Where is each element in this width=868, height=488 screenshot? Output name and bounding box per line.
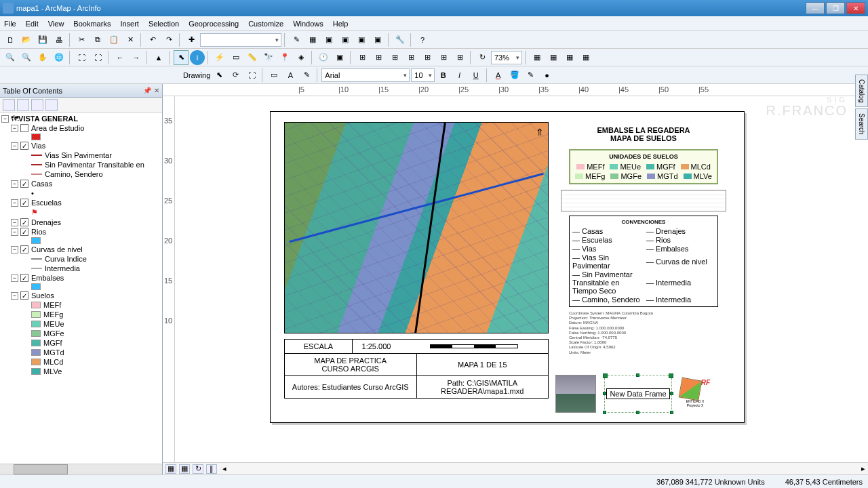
toc-tab-visibility[interactable] [31, 99, 43, 111]
help-icon[interactable]: ? [415, 33, 430, 47]
table-icon[interactable]: ▦ [305, 33, 320, 47]
catalog-tab[interactable]: Catalog [855, 75, 868, 107]
toc-scrollbar[interactable] [0, 464, 162, 474]
identify-icon[interactable]: i [190, 50, 205, 65]
print-icon[interactable]: 🖶 [52, 33, 66, 47]
time-icon[interactable]: 🕐 [316, 50, 331, 65]
undo-icon[interactable]: ↶ [145, 33, 160, 47]
italic-button[interactable]: I [452, 68, 467, 83]
add-data-icon[interactable]: ✚ [184, 33, 199, 47]
menu-bookmarks[interactable]: Bookmarks [73, 20, 111, 28]
georef5-icon[interactable]: ⊞ [420, 50, 435, 65]
georef2-icon[interactable]: ⊞ [371, 50, 386, 65]
info-block[interactable]: ESCALA 1:25.000 MAPA DE PRACTICACURSO AR… [284, 339, 549, 399]
font-size-combo[interactable]: 10 [411, 68, 434, 82]
maximize-button[interactable]: ❐ [826, 2, 845, 14]
hyperlink-icon[interactable]: ⚡ [212, 50, 227, 65]
html-popup-icon[interactable]: ▭ [229, 50, 243, 65]
editor-icon[interactable]: ✎ [289, 33, 304, 47]
window-a-icon[interactable]: ▣ [332, 50, 347, 65]
pan-icon[interactable]: ✋ [35, 50, 50, 65]
window2-icon[interactable]: ▣ [338, 33, 353, 47]
toc-tab-selection[interactable] [45, 99, 58, 111]
map-frame[interactable]: ⇑ [284, 122, 549, 333]
save-icon[interactable]: 💾 [35, 33, 50, 47]
draw-edit-icon[interactable]: ✎ [299, 68, 314, 83]
menu-file[interactable]: File [4, 20, 16, 28]
delete-icon[interactable]: ✕ [123, 33, 138, 47]
toc-layer[interactable]: −Area de Estudio [1, 123, 161, 133]
toc-pin-icon[interactable]: 📌 [143, 87, 151, 94]
logo-3d[interactable]: RF ENTIDAD X Proyecto X [680, 379, 710, 409]
toc-layer[interactable]: −✓Rios [1, 227, 161, 237]
window4-icon[interactable]: ▣ [370, 33, 385, 47]
refresh-button[interactable]: ↻ [193, 464, 203, 474]
data-view-icon[interactable]: ▦ [530, 50, 545, 65]
cut-icon[interactable]: ✂ [74, 33, 89, 47]
zoom-combo[interactable]: 73% [491, 51, 522, 64]
toc-root[interactable]: −🗺 VISTA GENERAL [1, 114, 161, 123]
copy-icon[interactable]: ⧉ [90, 33, 105, 47]
draw-rotate-icon[interactable]: ⟳ [228, 68, 243, 83]
data-view-button[interactable]: ▦ [165, 464, 176, 474]
toc-layer[interactable]: −✓Escuelas [1, 198, 161, 207]
layout-view-icon[interactable]: ▦ [546, 50, 561, 65]
layout-page[interactable]: ⇑ ESCALA 1:25.000 MAPA DE PRACTICACURSO … [270, 111, 745, 423]
layout-view-button[interactable]: ▦ [179, 464, 190, 474]
draw-text-icon[interactable]: A [283, 68, 298, 83]
fixed-zoomout-icon[interactable]: ⛶ [90, 50, 105, 65]
toc-layer[interactable]: −✓Embalses [1, 273, 161, 283]
new-data-frame[interactable]: New Data Frame [604, 375, 672, 413]
close-button[interactable]: ✕ [846, 2, 865, 14]
georef7-icon[interactable]: ⊞ [452, 50, 467, 65]
measure-icon[interactable]: 📏 [245, 50, 260, 65]
menu-view[interactable]: View [48, 20, 64, 28]
underline-button[interactable]: U [469, 68, 484, 83]
zoomout-icon[interactable]: 🔍 [19, 50, 34, 65]
font-name-combo[interactable]: Arial [321, 68, 410, 82]
scale-combo[interactable] [200, 33, 281, 47]
toc-tree[interactable]: −🗺 VISTA GENERAL−Area de Estudio−✓ViasVi… [0, 113, 162, 464]
menu-help[interactable]: Help [333, 20, 349, 28]
new-icon[interactable]: 🗋 [3, 33, 18, 47]
line-color-icon[interactable]: ✎ [524, 68, 538, 83]
layout-view2-icon[interactable]: ▦ [562, 50, 577, 65]
toc-layer[interactable]: −✓Drenajes [1, 218, 161, 227]
menu-edit[interactable]: Edit [26, 20, 39, 28]
window3-icon[interactable]: ▣ [354, 33, 369, 47]
zoomin-icon[interactable]: 🔍 [3, 50, 18, 65]
menu-customize[interactable]: Customize [248, 20, 283, 28]
georef6-icon[interactable]: ⊞ [436, 50, 451, 65]
layout-view3-icon[interactable]: ▦ [578, 50, 593, 65]
georef4-icon[interactable]: ⊞ [403, 50, 418, 65]
pause-button[interactable]: ‖ [206, 464, 217, 474]
refresh-icon[interactable]: ↻ [475, 50, 490, 65]
paste-icon[interactable]: 📋 [106, 33, 121, 47]
toc-layer[interactable]: −✓Casas [1, 179, 161, 188]
marker-color-icon[interactable]: ● [540, 68, 555, 83]
toc-close-icon[interactable]: ✕ [154, 87, 159, 94]
window1-icon[interactable]: ▣ [321, 33, 336, 47]
font-color-icon[interactable]: A [491, 68, 506, 83]
find-icon[interactable]: 🔭 [261, 50, 276, 65]
toc-tab-list[interactable] [3, 99, 15, 111]
select-arrow-icon[interactable]: ▲ [151, 50, 166, 65]
toc-layer[interactable]: −✓Vias [1, 141, 161, 150]
forward-icon[interactable]: → [129, 50, 144, 65]
open-icon[interactable]: 📂 [19, 33, 34, 47]
photo-frame[interactable] [555, 375, 596, 413]
toc-layer[interactable]: −✓Suelos [1, 291, 161, 300]
legend-box[interactable]: UNIDADES DE SUELOS MEFfMEUeMGFfMLCdMEFgM… [569, 149, 718, 184]
back-icon[interactable]: ← [113, 50, 127, 65]
georef3-icon[interactable]: ⊞ [387, 50, 402, 65]
goto-icon[interactable]: ◈ [294, 50, 309, 65]
fixed-zoomin-icon[interactable]: ⛶ [74, 50, 89, 65]
toc-layer[interactable]: −✓Curvas de nivel [1, 245, 161, 254]
georef-icon[interactable]: ⊞ [355, 50, 370, 65]
menu-geoprocessing[interactable]: Geoprocessing [189, 20, 239, 28]
conventions-box[interactable]: CONVENCIONES — Casas— Drenajes— Escuelas… [569, 216, 718, 307]
menu-windows[interactable]: Windows [293, 20, 323, 28]
bold-button[interactable]: B [436, 68, 451, 83]
globe-icon[interactable]: 🌐 [52, 50, 66, 65]
findroute-icon[interactable]: 📍 [277, 50, 292, 65]
